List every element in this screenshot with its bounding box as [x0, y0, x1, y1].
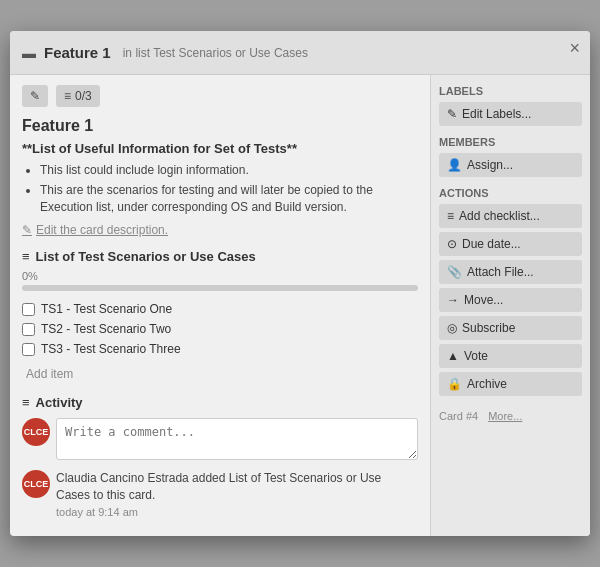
archive-icon: 🔒	[447, 377, 462, 391]
card-main: ✎ ≡ 0/3 Feature 1 **List of Useful Infor…	[10, 75, 430, 536]
card-sidebar: Labels ✎ Edit Labels... Members 👤 Assign…	[430, 75, 590, 536]
card-header: ▬ Feature 1 in list Test Scenarios or Us…	[10, 31, 590, 75]
description-list: This list could include login informatio…	[40, 162, 418, 215]
archive-button[interactable]: 🔒 Archive	[439, 372, 582, 396]
edit-labels-icon: ✎	[447, 107, 457, 121]
members-section-title: Members	[439, 136, 582, 148]
subscribe-button[interactable]: ◎ Subscribe	[439, 316, 582, 340]
checklist-checkbox-1[interactable]	[22, 303, 35, 316]
list-item: This are the scenarios for testing and w…	[40, 182, 418, 216]
subscribe-icon: ◎	[447, 321, 457, 335]
edit-labels-label: Edit Labels...	[462, 107, 531, 121]
checklist-title: List of Test Scenarios or Use Cases	[36, 249, 256, 264]
comment-area: CLCE	[22, 418, 418, 460]
progress-bar-background	[22, 285, 418, 291]
card-section-title: Feature 1	[22, 117, 418, 135]
card-type-icon: ▬	[22, 45, 36, 61]
vote-label: Vote	[464, 349, 488, 363]
activity-text: Claudia Cancino Estrada added List of Te…	[56, 471, 381, 502]
checklist-item: TS1 - Test Scenario One	[22, 299, 418, 319]
due-date-button[interactable]: ⊙ Due date...	[439, 232, 582, 256]
subscribe-label: Subscribe	[462, 321, 515, 335]
checklist-item-label: TS2 - Test Scenario Two	[41, 322, 171, 336]
add-checklist-button[interactable]: ≡ Add checklist...	[439, 204, 582, 228]
card-ref: Card #4	[439, 410, 478, 422]
move-label: Move...	[464, 293, 503, 307]
close-button[interactable]: ×	[569, 39, 580, 57]
vote-button[interactable]: ▲ Vote	[439, 344, 582, 368]
add-checklist-label: Add checklist...	[459, 209, 540, 223]
activity-header: ≡ Activity	[22, 395, 418, 410]
card-body: ✎ ≡ 0/3 Feature 1 **List of Useful Infor…	[10, 75, 590, 536]
assign-button[interactable]: 👤 Assign...	[439, 153, 582, 177]
card-modal: ▬ Feature 1 in list Test Scenarios or Us…	[10, 31, 590, 536]
checklist-count-button[interactable]: ≡ 0/3	[56, 85, 100, 107]
card-title: Feature 1	[44, 44, 111, 61]
actions-section-title: Actions	[439, 187, 582, 199]
attach-label: Attach File...	[467, 265, 534, 279]
activity-section: ≡ Activity CLCE CLCE Claudia Cancino Est…	[22, 395, 418, 518]
sidebar-footer: Card #4 More...	[439, 406, 582, 426]
toolbar-row: ✎ ≡ 0/3	[22, 85, 418, 107]
assign-label: Assign...	[467, 158, 513, 172]
vote-icon: ▲	[447, 349, 459, 363]
checklist-header-icon: ≡	[22, 249, 30, 264]
edit-desc-icon: ✎	[22, 223, 32, 237]
edit-button[interactable]: ✎	[22, 85, 48, 107]
comment-input[interactable]	[56, 418, 418, 460]
move-button[interactable]: → Move...	[439, 288, 582, 312]
checklist-icon: ≡	[64, 89, 71, 103]
attach-file-button[interactable]: 📎 Attach File...	[439, 260, 582, 284]
edit-labels-button[interactable]: ✎ Edit Labels...	[439, 102, 582, 126]
assign-icon: 👤	[447, 158, 462, 172]
activity-time: today at 9:14 am	[56, 506, 418, 518]
due-date-icon: ⊙	[447, 237, 457, 251]
checklist-checkbox-3[interactable]	[22, 343, 35, 356]
activity-icon: ≡	[22, 395, 30, 410]
list-item: This list could include login informatio…	[40, 162, 418, 179]
user-avatar: CLCE	[22, 418, 50, 446]
activity-entry: CLCE Claudia Cancino Estrada added List …	[22, 470, 418, 518]
move-icon: →	[447, 293, 459, 307]
checklist-section: ≡ List of Test Scenarios or Use Cases 0%…	[22, 249, 418, 383]
activity-content: Claudia Cancino Estrada added List of Te…	[56, 470, 418, 518]
edit-icon: ✎	[30, 89, 40, 103]
add-item-link[interactable]: Add item	[22, 365, 418, 383]
more-link[interactable]: More...	[488, 410, 522, 422]
edit-description-link[interactable]: ✎ Edit the card description.	[22, 223, 418, 237]
checklist-items: TS1 - Test Scenario One TS2 - Test Scena…	[22, 299, 418, 359]
activity-title: Activity	[36, 395, 83, 410]
archive-label: Archive	[467, 377, 507, 391]
labels-section-title: Labels	[439, 85, 582, 97]
edit-desc-text: Edit the card description.	[36, 223, 168, 237]
checklist-count: 0/3	[75, 89, 92, 103]
activity-avatar: CLCE	[22, 470, 50, 498]
progress-label: 0%	[22, 270, 418, 282]
card-list-context: in list Test Scenarios or Use Cases	[123, 46, 308, 60]
checklist-item-label: TS1 - Test Scenario One	[41, 302, 172, 316]
checklist-header: ≡ List of Test Scenarios or Use Cases	[22, 249, 418, 264]
checklist-item: TS2 - Test Scenario Two	[22, 319, 418, 339]
checklist-item: TS3 - Test Scenario Three	[22, 339, 418, 359]
checklist-item-label: TS3 - Test Scenario Three	[41, 342, 181, 356]
description-heading: **List of Useful Information for Set of …	[22, 141, 418, 156]
checklist-checkbox-2[interactable]	[22, 323, 35, 336]
add-checklist-icon: ≡	[447, 209, 454, 223]
due-date-label: Due date...	[462, 237, 521, 251]
attach-icon: 📎	[447, 265, 462, 279]
